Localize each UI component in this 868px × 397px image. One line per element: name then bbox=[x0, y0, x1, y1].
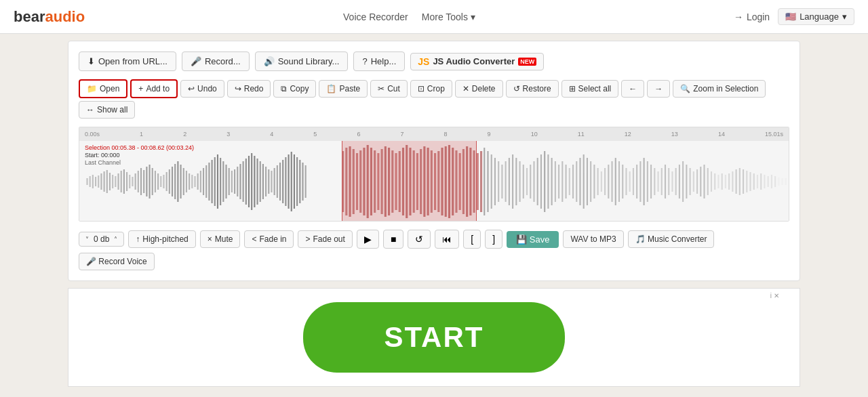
svg-rect-62 bbox=[260, 161, 261, 202]
svg-rect-68 bbox=[277, 165, 278, 198]
undo-button[interactable]: ↩ Undo bbox=[180, 80, 224, 98]
language-button[interactable]: 🇺🇸 Language ▾ bbox=[778, 8, 854, 25]
ad-close-icon[interactable]: ✕ bbox=[774, 292, 779, 299]
svg-rect-57 bbox=[245, 159, 247, 205]
music-icon: 🎵 bbox=[635, 234, 646, 244]
svg-rect-151 bbox=[597, 168, 599, 195]
svg-rect-73 bbox=[291, 152, 292, 211]
login-button[interactable]: → Login bbox=[734, 12, 770, 22]
fade-out-button[interactable]: > Fade out bbox=[298, 230, 352, 248]
svg-rect-137 bbox=[547, 154, 549, 209]
svg-rect-3 bbox=[92, 175, 94, 188]
help-button[interactable]: ? Help... bbox=[353, 51, 405, 71]
svg-rect-141 bbox=[561, 161, 563, 202]
skip-button[interactable]: ⏮ bbox=[435, 230, 459, 249]
repeat-button[interactable]: ↺ bbox=[408, 230, 431, 249]
logo-audio: audio bbox=[45, 8, 85, 26]
svg-rect-149 bbox=[590, 161, 591, 202]
svg-rect-168 bbox=[657, 171, 658, 192]
selection-region[interactable] bbox=[342, 141, 477, 222]
svg-rect-66 bbox=[271, 171, 272, 192]
svg-rect-46 bbox=[214, 157, 216, 206]
paste-icon: 📋 bbox=[326, 84, 336, 93]
svg-rect-147 bbox=[583, 154, 585, 209]
play-button[interactable]: ▶ bbox=[357, 230, 379, 249]
record-voice-button[interactable]: 🎤 Record Voice bbox=[79, 253, 155, 270]
open-url-button[interactable]: ⬇ Open from URL... bbox=[79, 51, 176, 71]
lang-arrow-icon: ▾ bbox=[842, 12, 847, 22]
bracket-open-button[interactable]: [ bbox=[463, 230, 481, 249]
svg-rect-187 bbox=[725, 175, 726, 188]
save-button[interactable]: 💾 Save bbox=[507, 231, 559, 248]
main-area: ⬇ Open from URL... 🎤 Record... 🔊 Sound L… bbox=[0, 34, 868, 397]
db-up-arrow[interactable]: ˄ bbox=[112, 236, 119, 243]
js-label: JS bbox=[418, 56, 429, 67]
svg-rect-196 bbox=[757, 175, 758, 188]
arrow-left-button[interactable]: ← bbox=[621, 80, 644, 98]
arrow-right-button[interactable]: → bbox=[647, 80, 670, 98]
wav-to-mp3-button[interactable]: WAV to MP3 bbox=[563, 230, 623, 248]
svg-rect-11 bbox=[115, 176, 116, 187]
open-button[interactable]: 📁 Open bbox=[79, 79, 127, 98]
nav-more-tools[interactable]: More Tools ▾ bbox=[422, 12, 475, 22]
show-all-button[interactable]: ↔ Show all bbox=[79, 101, 135, 119]
svg-rect-129 bbox=[519, 161, 521, 202]
svg-rect-195 bbox=[753, 173, 755, 190]
cut-button[interactable]: ✂ Cut bbox=[370, 80, 408, 98]
sound-lib-icon: 🔊 bbox=[264, 56, 275, 66]
svg-rect-142 bbox=[566, 165, 567, 198]
bracket-close-button[interactable]: ] bbox=[485, 230, 502, 249]
music-converter-button[interactable]: 🎵 Music Converter bbox=[628, 230, 715, 248]
svg-rect-42 bbox=[203, 168, 204, 195]
svg-rect-53 bbox=[234, 169, 235, 194]
restore-button[interactable]: ↺ Restore bbox=[506, 80, 559, 98]
svg-rect-167 bbox=[654, 168, 655, 195]
redo-button[interactable]: ↪ Redo bbox=[227, 80, 271, 98]
js-audio-converter-badge[interactable]: JS JS Audio Converter NEW bbox=[410, 53, 544, 70]
nav-voice-recorder[interactable]: Voice Recorder bbox=[343, 12, 408, 22]
start-button[interactable]: START bbox=[303, 302, 566, 373]
svg-rect-146 bbox=[579, 158, 580, 205]
svg-rect-130 bbox=[523, 165, 524, 198]
record-button[interactable]: 🎤 Record... bbox=[182, 51, 250, 71]
stop-button[interactable]: ■ bbox=[383, 230, 403, 249]
svg-rect-48 bbox=[220, 158, 221, 205]
svg-rect-139 bbox=[555, 161, 556, 202]
svg-rect-69 bbox=[279, 163, 281, 201]
svg-rect-63 bbox=[262, 164, 264, 199]
svg-rect-8 bbox=[106, 170, 108, 193]
select-all-button[interactable]: ⊞ Select all bbox=[561, 80, 619, 98]
flag-icon: 🇺🇸 bbox=[785, 12, 796, 22]
waveform-container[interactable]: 0.00s 1 2 3 4 5 6 7 8 9 10 11 12 13 14 1… bbox=[79, 127, 789, 222]
svg-rect-119 bbox=[484, 148, 485, 215]
svg-rect-31 bbox=[172, 167, 173, 196]
svg-rect-160 bbox=[629, 171, 631, 192]
mute-button[interactable]: × Mute bbox=[200, 230, 241, 248]
svg-rect-44 bbox=[208, 163, 210, 201]
toolbar-row1: ⬇ Open from URL... 🎤 Record... 🔊 Sound L… bbox=[79, 51, 789, 71]
db-down-arrow[interactable]: ˅ bbox=[83, 236, 91, 243]
svg-rect-194 bbox=[749, 172, 751, 191]
paste-button[interactable]: 📋 Paste bbox=[319, 80, 368, 98]
copy-button[interactable]: ⧉ Copy bbox=[273, 80, 316, 98]
svg-rect-124 bbox=[501, 165, 502, 198]
svg-rect-41 bbox=[200, 171, 201, 192]
svg-rect-203 bbox=[782, 178, 783, 185]
fadein-icon: < bbox=[252, 234, 256, 244]
svg-rect-185 bbox=[717, 175, 719, 188]
svg-rect-164 bbox=[644, 158, 645, 205]
waveform-canvas[interactable]: Selection 00:05.38 - 00:08.62 (00:03.24)… bbox=[79, 141, 789, 222]
svg-rect-158 bbox=[622, 165, 623, 198]
svg-rect-17 bbox=[132, 177, 133, 186]
crop-button[interactable]: ⊡ Crop bbox=[410, 80, 452, 98]
sound-library-button[interactable]: 🔊 Sound Library... bbox=[255, 51, 349, 71]
zoom-in-selection-button[interactable]: 🔍 Zoom in Selection bbox=[673, 80, 766, 98]
fade-in-button[interactable]: < Fade in bbox=[244, 230, 294, 248]
ad-info-icon[interactable]: i bbox=[770, 292, 772, 299]
svg-rect-37 bbox=[189, 173, 190, 190]
svg-rect-171 bbox=[668, 168, 669, 195]
delete-button[interactable]: ✕ Delete bbox=[455, 80, 503, 98]
add-to-button[interactable]: + Add to bbox=[130, 79, 178, 98]
svg-rect-60 bbox=[254, 156, 255, 207]
high-pitched-button[interactable]: ↑ High-pitched bbox=[128, 230, 195, 248]
